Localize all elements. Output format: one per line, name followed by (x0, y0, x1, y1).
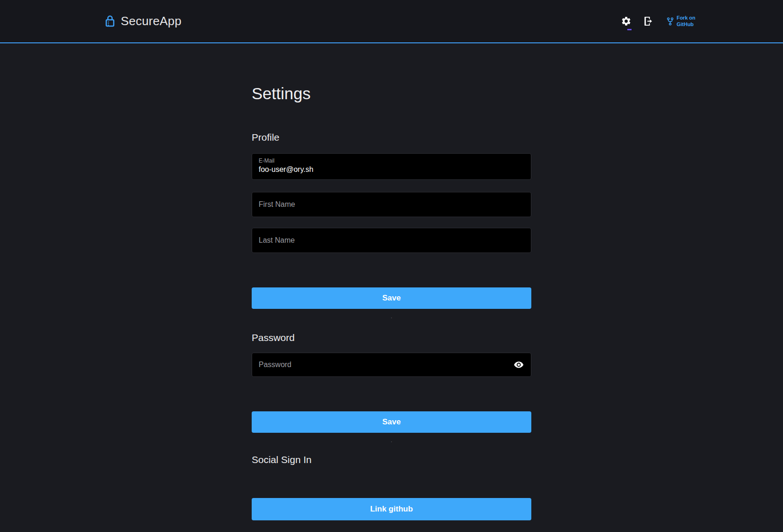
logout-button[interactable] (641, 14, 655, 28)
github-link-label: Fork on GitHub (677, 15, 695, 28)
app-logo[interactable]: SecureApp (105, 14, 181, 28)
reveal-password-button[interactable] (513, 361, 524, 369)
logout-icon (643, 16, 653, 27)
last-name-field-container (252, 228, 531, 253)
profile-section-heading: Profile (252, 132, 531, 143)
github-fork-link[interactable]: Fork on GitHub (666, 15, 695, 28)
email-field-label: E-Mail (259, 157, 524, 164)
password-status-dot: . (252, 438, 531, 443)
settings-page: Settings Profile E-Mail Save . Password … (252, 43, 531, 520)
email-field-container: E-Mail (252, 153, 531, 180)
profile-status-dot: . (252, 314, 531, 319)
page-title: Settings (252, 43, 531, 103)
first-name-field-container (252, 192, 531, 217)
last-name-input[interactable] (259, 236, 524, 245)
password-save-button[interactable]: Save (252, 411, 531, 433)
github-link-line2: GitHub (677, 21, 695, 28)
navbar-actions: Fork on GitHub (619, 14, 695, 28)
password-section-heading: Password (252, 332, 531, 343)
lock-icon (105, 15, 115, 27)
navbar: SecureApp (0, 0, 783, 43)
profile-save-button[interactable]: Save (252, 287, 531, 309)
github-link-line1: Fork on (677, 15, 695, 21)
social-section-heading: Social Sign In (252, 454, 531, 465)
eye-icon (514, 361, 523, 368)
gear-icon (621, 16, 632, 27)
password-input[interactable] (259, 361, 524, 369)
git-fork-icon (666, 17, 674, 26)
password-field-container (252, 353, 531, 377)
first-name-input[interactable] (259, 200, 524, 209)
settings-button[interactable] (619, 14, 633, 28)
app-title: SecureApp (121, 14, 181, 28)
settings-active-indicator (627, 29, 632, 30)
email-input[interactable] (259, 165, 524, 174)
link-github-button[interactable]: Link github (252, 498, 531, 520)
